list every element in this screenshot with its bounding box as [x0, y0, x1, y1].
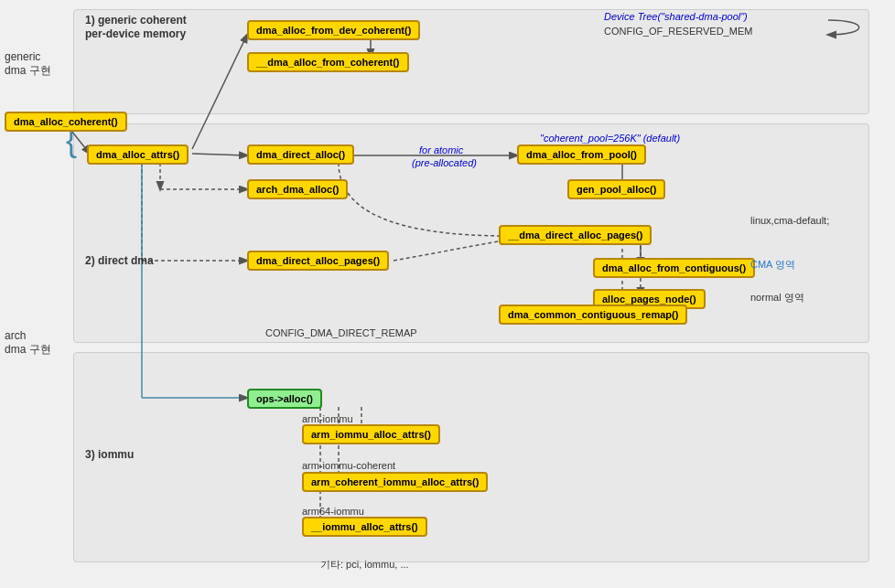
section-label-generic2: per-device memory: [85, 27, 186, 40]
section-iommu: [73, 352, 869, 562]
section-label-direct: 2) direct dma: [85, 254, 154, 267]
node-dma-direct-alloc-pages: dma_direct_alloc_pages(): [247, 251, 389, 271]
label-arch-dma: arch dma 구현: [5, 329, 51, 358]
annotation-arm64-iommu: arm64-iommu: [302, 506, 364, 517]
node-dma-alloc-attrs: dma_alloc_attrs(): [87, 144, 189, 165]
annotation-config-dma: CONFIG_DMA_DIRECT_REMAP: [265, 327, 417, 338]
annotation-others: 기타: pci, iommu, ...: [320, 558, 409, 572]
node-gen-pool-alloc: gen_pool_alloc(): [567, 179, 665, 199]
node-dma-alloc-from-dev-coherent: dma_alloc_from_dev_coherent(): [247, 20, 420, 40]
node-iommu-alloc-attrs: __iommu_alloc_attrs(): [302, 517, 427, 537]
annotation-arm-iommu-coherent: arm-iommu-coherent: [302, 460, 395, 471]
node-arm-iommu-alloc-attrs: arm_iommu_alloc_attrs(): [302, 424, 440, 444]
node-dma-direct-alloc: dma_direct_alloc(): [247, 144, 354, 165]
diagram-container: generic dma 구현 arch dma 구현 { 1) generic …: [0, 0, 895, 588]
node-arch-dma-alloc: arch_dma_alloc(): [247, 179, 348, 199]
annotation-linux-cma: linux,cma-default;: [750, 215, 829, 226]
section-label-generic: 1) generic coherent: [85, 14, 187, 27]
node-dma-alloc-from-pool: dma_alloc_from_pool(): [517, 144, 646, 165]
node-dma-common-contiguous-remap: dma_common_contiguous_remap(): [499, 305, 687, 325]
annotation-for-atomic: for atomic: [419, 144, 463, 155]
annotation-pre-allocated: (pre-allocated): [412, 157, 477, 168]
annotation-device-tree: Device Tree("shared-dma-pool"): [604, 11, 748, 22]
annotation-normal-area: normal 영역: [750, 291, 804, 305]
node-dma-direct-alloc-pages2: __dma_direct_alloc_pages(): [499, 225, 652, 245]
node-dma-alloc-from-coherent: __dma_alloc_from_coherent(): [247, 52, 409, 72]
node-dma-alloc-coherent: dma_alloc_coherent(): [5, 112, 127, 132]
annotation-cma-area: CMA 영역: [750, 258, 795, 272]
node-dma-alloc-from-contiguous: dma_alloc_from_contiguous(): [593, 258, 755, 278]
annotation-config-reserved: CONFIG_OF_RESERVED_MEM: [604, 26, 752, 37]
node-arm-coherent-iommu-alloc-attrs: arm_coherent_iommu_alloc_attrs(): [302, 472, 488, 492]
label-generic-dma: generic dma 구현: [5, 50, 51, 79]
annotation-arm-iommu: arm-iommu: [302, 413, 353, 424]
node-ops-alloc: ops->alloc(): [247, 389, 322, 409]
section-label-iommu: 3) iommu: [85, 448, 134, 461]
annotation-coherent-pool: "coherent_pool=256K" (default): [540, 133, 680, 144]
section-direct: [73, 123, 869, 343]
